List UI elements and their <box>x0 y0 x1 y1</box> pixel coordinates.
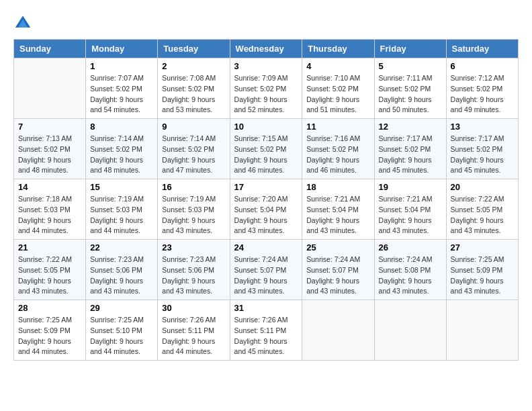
day-number: 1 <box>90 61 153 71</box>
day-detail: Sunrise: 7:19 AMSunset: 5:03 PMDaylight:… <box>162 194 225 236</box>
day-number: 7 <box>18 122 81 132</box>
day-number: 2 <box>162 61 225 71</box>
week-row-1: 1 Sunrise: 7:07 AMSunset: 5:02 PMDayligh… <box>14 58 519 119</box>
calendar-cell: 1 Sunrise: 7:07 AMSunset: 5:02 PMDayligh… <box>86 58 158 119</box>
day-detail: Sunrise: 7:14 AMSunset: 5:02 PMDaylight:… <box>90 134 153 176</box>
calendar-cell: 26 Sunrise: 7:24 AMSunset: 5:08 PMDaylig… <box>374 240 446 300</box>
calendar-cell: 12 Sunrise: 7:17 AMSunset: 5:02 PMDaylig… <box>374 119 446 179</box>
day-number: 10 <box>234 122 298 132</box>
calendar-cell: 14 Sunrise: 7:18 AMSunset: 5:03 PMDaylig… <box>14 179 86 240</box>
day-detail: Sunrise: 7:18 AMSunset: 5:03 PMDaylight:… <box>18 194 81 236</box>
day-detail: Sunrise: 7:19 AMSunset: 5:03 PMDaylight:… <box>90 194 153 236</box>
day-detail: Sunrise: 7:23 AMSunset: 5:06 PMDaylight:… <box>162 255 225 297</box>
calendar-cell: 6 Sunrise: 7:12 AMSunset: 5:02 PMDayligh… <box>446 58 518 119</box>
day-detail: Sunrise: 7:24 AMSunset: 5:07 PMDaylight:… <box>234 255 298 297</box>
day-detail: Sunrise: 7:11 AMSunset: 5:02 PMDaylight:… <box>379 73 442 116</box>
calendar-cell: 21 Sunrise: 7:22 AMSunset: 5:05 PMDaylig… <box>14 240 86 300</box>
calendar-cell: 30 Sunrise: 7:26 AMSunset: 5:11 PMDaylig… <box>158 300 230 361</box>
calendar-cell: 28 Sunrise: 7:25 AMSunset: 5:09 PMDaylig… <box>14 300 86 361</box>
day-number: 19 <box>379 182 442 192</box>
calendar-cell: 31 Sunrise: 7:26 AMSunset: 5:11 PMDaylig… <box>230 300 302 361</box>
day-number: 15 <box>90 182 153 192</box>
calendar-cell: 24 Sunrise: 7:24 AMSunset: 5:07 PMDaylig… <box>230 240 302 300</box>
calendar-cell <box>446 300 518 361</box>
day-number: 23 <box>162 242 225 253</box>
day-detail: Sunrise: 7:24 AMSunset: 5:07 PMDaylight:… <box>306 255 369 297</box>
day-number: 31 <box>234 303 298 313</box>
calendar-cell: 16 Sunrise: 7:19 AMSunset: 5:03 PMDaylig… <box>158 179 230 240</box>
day-number: 17 <box>234 182 298 192</box>
calendar-cell: 29 Sunrise: 7:25 AMSunset: 5:10 PMDaylig… <box>86 300 158 361</box>
day-number: 21 <box>18 242 81 253</box>
day-number: 12 <box>379 122 442 132</box>
day-number: 6 <box>451 61 514 71</box>
day-detail: Sunrise: 7:16 AMSunset: 5:02 PMDaylight:… <box>306 134 369 176</box>
day-detail: Sunrise: 7:08 AMSunset: 5:02 PMDaylight:… <box>162 73 225 116</box>
calendar-cell: 4 Sunrise: 7:10 AMSunset: 5:02 PMDayligh… <box>302 58 374 119</box>
day-number: 30 <box>162 303 225 313</box>
day-number: 27 <box>451 242 514 253</box>
calendar-cell: 23 Sunrise: 7:23 AMSunset: 5:06 PMDaylig… <box>158 240 230 300</box>
calendar-cell <box>374 300 446 361</box>
day-detail: Sunrise: 7:15 AMSunset: 5:02 PMDaylight:… <box>234 134 298 176</box>
header-monday: Monday <box>86 40 158 58</box>
calendar-cell: 20 Sunrise: 7:22 AMSunset: 5:05 PMDaylig… <box>446 179 518 240</box>
day-number: 16 <box>162 182 225 192</box>
calendar-cell: 8 Sunrise: 7:14 AMSunset: 5:02 PMDayligh… <box>86 119 158 179</box>
day-number: 13 <box>451 122 514 132</box>
calendar-cell: 22 Sunrise: 7:23 AMSunset: 5:06 PMDaylig… <box>86 240 158 300</box>
week-row-2: 7 Sunrise: 7:13 AMSunset: 5:02 PMDayligh… <box>14 119 519 179</box>
day-number: 5 <box>379 61 442 71</box>
day-detail: Sunrise: 7:14 AMSunset: 5:02 PMDaylight:… <box>162 134 225 176</box>
day-detail: Sunrise: 7:10 AMSunset: 5:02 PMDaylight:… <box>306 73 369 116</box>
day-number: 20 <box>451 182 514 192</box>
header-friday: Friday <box>374 40 446 58</box>
day-number: 8 <box>90 122 153 132</box>
day-number: 18 <box>306 182 369 192</box>
calendar-cell: 17 Sunrise: 7:20 AMSunset: 5:04 PMDaylig… <box>230 179 302 240</box>
calendar-cell: 3 Sunrise: 7:09 AMSunset: 5:02 PMDayligh… <box>230 58 302 119</box>
page-header <box>13 13 519 32</box>
day-number: 9 <box>162 122 225 132</box>
header-sunday: Sunday <box>14 40 86 58</box>
calendar-cell: 5 Sunrise: 7:11 AMSunset: 5:02 PMDayligh… <box>374 58 446 119</box>
calendar-table: SundayMondayTuesdayWednesdayThursdayFrid… <box>13 39 519 361</box>
logo <box>13 13 35 32</box>
calendar-cell: 15 Sunrise: 7:19 AMSunset: 5:03 PMDaylig… <box>86 179 158 240</box>
day-detail: Sunrise: 7:22 AMSunset: 5:05 PMDaylight:… <box>18 255 81 297</box>
day-detail: Sunrise: 7:17 AMSunset: 5:02 PMDaylight:… <box>379 134 442 176</box>
day-detail: Sunrise: 7:26 AMSunset: 5:11 PMDaylight:… <box>234 315 298 357</box>
day-detail: Sunrise: 7:12 AMSunset: 5:02 PMDaylight:… <box>451 73 514 116</box>
day-number: 25 <box>306 242 369 253</box>
day-number: 22 <box>90 242 153 253</box>
calendar-cell: 19 Sunrise: 7:21 AMSunset: 5:04 PMDaylig… <box>374 179 446 240</box>
week-row-4: 21 Sunrise: 7:22 AMSunset: 5:05 PMDaylig… <box>14 240 519 300</box>
calendar-cell <box>14 58 86 119</box>
calendar-header-row: SundayMondayTuesdayWednesdayThursdayFrid… <box>14 40 519 58</box>
calendar-cell: 11 Sunrise: 7:16 AMSunset: 5:02 PMDaylig… <box>302 119 374 179</box>
day-number: 3 <box>234 61 298 71</box>
day-detail: Sunrise: 7:09 AMSunset: 5:02 PMDaylight:… <box>234 73 298 116</box>
calendar-cell: 2 Sunrise: 7:08 AMSunset: 5:02 PMDayligh… <box>158 58 230 119</box>
day-detail: Sunrise: 7:21 AMSunset: 5:04 PMDaylight:… <box>306 194 369 236</box>
day-detail: Sunrise: 7:07 AMSunset: 5:02 PMDaylight:… <box>90 73 153 116</box>
calendar-cell: 10 Sunrise: 7:15 AMSunset: 5:02 PMDaylig… <box>230 119 302 179</box>
calendar-cell: 9 Sunrise: 7:14 AMSunset: 5:02 PMDayligh… <box>158 119 230 179</box>
day-number: 29 <box>90 303 153 313</box>
day-detail: Sunrise: 7:13 AMSunset: 5:02 PMDaylight:… <box>18 134 81 176</box>
calendar-cell: 18 Sunrise: 7:21 AMSunset: 5:04 PMDaylig… <box>302 179 374 240</box>
day-number: 28 <box>18 303 81 313</box>
calendar-cell: 25 Sunrise: 7:24 AMSunset: 5:07 PMDaylig… <box>302 240 374 300</box>
logo-icon <box>13 13 32 32</box>
header-saturday: Saturday <box>446 40 518 58</box>
day-detail: Sunrise: 7:25 AMSunset: 5:09 PMDaylight:… <box>451 255 514 297</box>
day-number: 11 <box>306 122 369 132</box>
day-detail: Sunrise: 7:17 AMSunset: 5:02 PMDaylight:… <box>451 134 514 176</box>
day-number: 14 <box>18 182 81 192</box>
day-number: 24 <box>234 242 298 253</box>
week-row-3: 14 Sunrise: 7:18 AMSunset: 5:03 PMDaylig… <box>14 179 519 240</box>
calendar-cell: 27 Sunrise: 7:25 AMSunset: 5:09 PMDaylig… <box>446 240 518 300</box>
day-detail: Sunrise: 7:20 AMSunset: 5:04 PMDaylight:… <box>234 194 298 236</box>
day-number: 26 <box>379 242 442 253</box>
day-detail: Sunrise: 7:25 AMSunset: 5:10 PMDaylight:… <box>90 315 153 357</box>
